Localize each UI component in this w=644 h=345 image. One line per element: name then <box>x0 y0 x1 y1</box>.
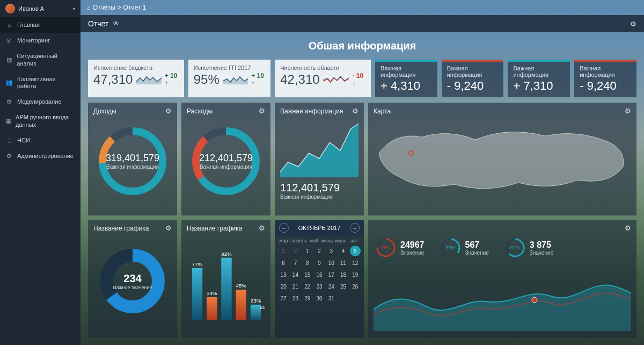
gear-icon[interactable]: ⚙ <box>630 20 636 28</box>
cal-day[interactable]: 27 <box>278 293 289 304</box>
cal-day[interactable]: 8 <box>302 257 313 268</box>
infocard-3[interactable]: Важная информация+ 7,310 <box>508 60 570 97</box>
kpi-label: Исполнение бюджета <box>93 64 179 71</box>
nav-label: НСИ <box>17 137 30 144</box>
cal-day[interactable]: 31 <box>326 293 336 304</box>
nav-modeling[interactable]: ⚙Моделирование <box>0 94 80 110</box>
gear-icon[interactable]: ⚙ <box>165 107 172 115</box>
cal-day[interactable]: 30 <box>314 293 325 304</box>
cal-day[interactable]: 3 <box>326 246 336 256</box>
gear-icon[interactable]: ⚙ <box>352 107 358 115</box>
avatar <box>5 4 15 13</box>
bar-chart: 77%34%92%45%23%20% <box>187 235 265 327</box>
ring-gauge: 75% <box>376 238 396 258</box>
cal-next[interactable]: → <box>350 223 360 233</box>
map[interactable] <box>374 118 631 204</box>
page-title: Обшая информация <box>88 40 636 52</box>
user-menu[interactable]: Иванов А ▾ <box>0 0 80 17</box>
cal-day[interactable]: 22 <box>302 281 313 292</box>
kpi-budget[interactable]: Исполнение бюджета 47,310 + 10 ↑ <box>88 60 184 97</box>
cal-month-label[interactable]: март <box>278 238 291 243</box>
cal-day[interactable]: 14 <box>290 269 301 280</box>
cal-day[interactable]: 2 <box>290 246 301 256</box>
cal-day[interactable]: 18 <box>338 269 348 280</box>
nav-monitoring[interactable]: ◎Мониторинг <box>0 33 80 48</box>
cal-day[interactable]: 15 <box>302 269 313 280</box>
cal-day[interactable]: 6 <box>278 257 289 268</box>
infocard-4[interactable]: Важная информация- 9,240 <box>574 60 636 97</box>
infocard-value: + 4,310 <box>380 79 432 93</box>
gear-icon[interactable]: ⚙ <box>259 224 265 232</box>
card-title: Доходы <box>93 107 116 115</box>
cal-day[interactable]: 26 <box>350 281 361 292</box>
nav-main[interactable]: ⌂Главная <box>0 17 80 33</box>
cal-day[interactable]: 4 <box>338 246 348 256</box>
cal-day[interactable]: 24 <box>326 281 336 292</box>
kpi-pop[interactable]: Численность области 42,310 - 10 ↓ <box>275 60 371 97</box>
gear-icon[interactable]: ⚙ <box>165 224 172 232</box>
cal-day[interactable]: 21 <box>290 281 301 292</box>
gear-icon[interactable]: ⚙ <box>259 107 265 115</box>
card-calendar: ← ОКТЯБРЬ 2017 → мартапрельмайиюньиюльав… <box>275 220 364 338</box>
db-icon: ≣ <box>5 137 13 144</box>
infocard-1[interactable]: Важная информация+ 4,310 <box>375 60 437 97</box>
card-chart2: Название графика⚙ 77%34%92%45%23%20% <box>181 220 270 338</box>
infocard-2[interactable]: Важная информация- 9,240 <box>442 60 504 97</box>
cal-month-label[interactable]: июль <box>334 238 347 243</box>
cal-day[interactable]: 2 <box>314 246 325 256</box>
cal-day[interactable]: 1 <box>278 246 289 256</box>
cal-day[interactable]: 13 <box>278 269 289 280</box>
donut-value: 319,401,579 <box>106 153 159 164</box>
crumb-current: Отчет 1 <box>123 4 147 11</box>
nav-collab[interactable]: 👥Коллективная работа <box>0 71 80 94</box>
eye-icon[interactable]: 👁 <box>113 20 119 27</box>
chart-point[interactable] <box>532 297 537 303</box>
nav-nsi[interactable]: ≣НСИ <box>0 133 80 148</box>
cal-day[interactable]: 20 <box>278 281 289 292</box>
nav-label: Ситуационный анализ <box>17 53 75 67</box>
cal-day[interactable]: 1 <box>302 246 313 256</box>
cal-prev[interactable]: ← <box>279 223 289 233</box>
cal-month-label[interactable]: июнь <box>320 238 334 243</box>
cal-day[interactable]: 19 <box>350 269 361 280</box>
home-icon[interactable]: ⌂ <box>87 4 91 11</box>
cal-day[interactable]: 5 <box>350 246 361 256</box>
bars-icon: ▥ <box>5 56 12 63</box>
infocard-value: - 9,240 <box>580 79 631 93</box>
gear-icon[interactable]: ⚙ <box>625 224 631 232</box>
calendar-grid[interactable]: 1212345678910111213141516171819202122232… <box>275 245 364 307</box>
area-chart <box>280 118 358 177</box>
cal-day[interactable]: 12 <box>350 257 361 268</box>
report-title: Отчет <box>88 19 108 28</box>
kpi-gp[interactable]: Исполнение ГП 2017 95% + 10 ↑ <box>188 60 270 97</box>
cal-day[interactable]: 29 <box>302 293 313 304</box>
cal-day[interactable]: 10 <box>326 257 336 268</box>
nav-label: Администрирование <box>17 153 74 160</box>
cal-day[interactable]: 9 <box>314 257 325 268</box>
people-icon: 👥 <box>5 79 13 86</box>
nav-admin[interactable]: ⚙Администрирование <box>0 148 80 164</box>
nav-sitanalysis[interactable]: ▥Ситуационный анализ <box>0 48 80 71</box>
chart1-value: 234 <box>113 272 152 285</box>
title-bar: Отчет 👁 ⚙ <box>80 15 644 32</box>
nav-arm[interactable]: ▦АРМ ручного ввода данных <box>0 110 80 132</box>
cal-day[interactable]: 16 <box>314 269 325 280</box>
wave-chart <box>374 261 631 331</box>
cal-month-row: мартапрельмайиюньиюльавг <box>275 236 364 245</box>
cal-day[interactable]: 23 <box>314 281 325 292</box>
cal-month-label[interactable]: апрель <box>291 238 308 243</box>
svg-text:92%: 92% <box>221 251 232 257</box>
cal-day[interactable]: 11 <box>338 257 348 268</box>
infocard-label: Важная информация <box>580 65 631 78</box>
cal-day[interactable]: 7 <box>290 257 301 268</box>
cal-day[interactable]: 17 <box>326 269 336 280</box>
cal-month-label[interactable]: май <box>307 238 320 243</box>
ring-gauge: 62% <box>505 238 525 258</box>
gear-icon[interactable]: ⚙ <box>625 107 631 115</box>
nav-label: АРМ ручного ввода данных <box>16 114 75 128</box>
cal-month-label[interactable]: авг <box>347 238 361 243</box>
cal-day[interactable]: 25 <box>338 281 348 292</box>
infocard-value: + 7,310 <box>513 79 565 93</box>
cal-day[interactable]: 28 <box>290 293 301 304</box>
crumb-root[interactable]: Отчёты <box>93 4 115 11</box>
